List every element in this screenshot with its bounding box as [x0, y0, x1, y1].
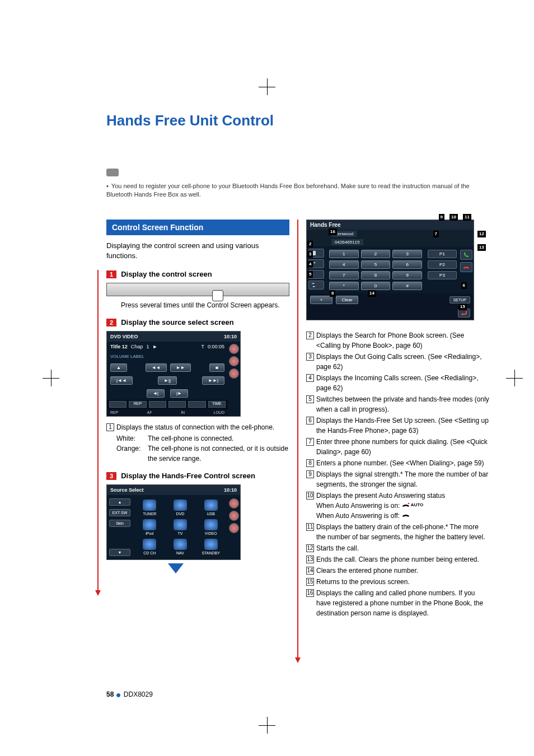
fast-forward-button[interactable]: ►►	[170, 363, 191, 372]
rep-button[interactable]: REP	[129, 401, 146, 408]
desc-11: Displays the battery drain of the cell-p…	[316, 522, 489, 542]
step-forward-button[interactable]: |►	[170, 389, 188, 398]
desc-4: Displays the Incoming Calls screen. (See…	[316, 373, 489, 393]
source-video[interactable]: VIDEO	[197, 519, 224, 535]
dvd-title: DVD VIDEO	[110, 334, 138, 339]
desc-7: Enter three phone numbers for quick dial…	[316, 437, 489, 457]
side-button[interactable]	[229, 523, 239, 533]
section-intro: Displaying the control screen and using …	[106, 241, 289, 261]
callout-label: 13	[477, 244, 486, 251]
keypad-1[interactable]: 1	[329, 250, 359, 258]
next-button[interactable]: ►►|	[202, 376, 224, 385]
note-icon	[106, 169, 119, 176]
source-cdch[interactable]: CD CH	[136, 539, 163, 555]
footer-model: DDX8029	[124, 690, 153, 698]
callout-label: 6	[461, 282, 467, 289]
keypad-5[interactable]: 5	[361, 260, 391, 269]
call-button[interactable]	[460, 250, 472, 260]
source-usb[interactable]: USB	[197, 500, 224, 516]
orange-text: The cell-phone is not connected, or it i…	[148, 444, 289, 464]
keypad-9[interactable]: 9	[392, 271, 422, 279]
keypad-star[interactable]: *	[329, 282, 359, 290]
dvd-chap-label: Chap	[131, 344, 143, 349]
step-back-button[interactable]: ◄|	[147, 389, 165, 398]
auto-answer-off-icon	[402, 512, 410, 518]
callout-label: 15	[458, 304, 467, 310]
keypad-7[interactable]: 7	[329, 271, 359, 279]
step-number: 1	[106, 270, 116, 278]
blank-tab[interactable]	[109, 401, 127, 408]
svg-point-1	[407, 502, 409, 504]
keypad-4[interactable]: 4	[329, 260, 359, 269]
desc-8: Enters a phone number. (See <When Dialin…	[316, 458, 489, 468]
scroll-down[interactable]: ▼	[109, 549, 130, 556]
desc-3: Displays the Out Going Calls screen. (Se…	[316, 352, 489, 372]
contact-number: 0426465115	[331, 239, 363, 245]
side-button[interactable]	[229, 498, 239, 508]
step-1-after: Press several times until the Control Sc…	[121, 301, 289, 310]
rewind-button[interactable]: ◄◄	[146, 363, 167, 372]
ext-sw-button[interactable]: EXT SW	[109, 509, 130, 516]
blank-tab[interactable]	[188, 401, 205, 408]
source-standby[interactable]: STANDBY	[197, 539, 224, 555]
pause-button[interactable]: ►||	[158, 376, 177, 385]
dvd-title-num: Title 12	[110, 344, 128, 349]
page-number: 58	[106, 690, 114, 698]
note-text: You need to register your cell-phone to …	[106, 183, 470, 198]
callout-label: 3	[307, 251, 313, 258]
side-button[interactable]	[229, 511, 239, 521]
keypad-3[interactable]: 3	[392, 250, 422, 258]
dvd-elapsed: 0:00:05	[208, 344, 224, 349]
eject-button[interactable]: ▲	[110, 363, 127, 372]
callout-descriptions: 2Displays the Search for Phone Book scre…	[306, 330, 489, 618]
side-button[interactable]	[229, 368, 239, 379]
keypad-0[interactable]: 0	[361, 282, 391, 290]
end-call-button[interactable]	[460, 262, 472, 272]
keypad-6[interactable]: 6	[392, 260, 422, 269]
clear-button[interactable]: Clear	[336, 296, 358, 304]
source-tv[interactable]: TV	[167, 519, 194, 535]
source-select-clock: 10:10	[224, 487, 237, 493]
side-button[interactable]	[229, 356, 239, 366]
step-1: 1 Display the control screen Press sever…	[106, 270, 289, 310]
skin-button[interactable]: Skin	[109, 520, 130, 527]
callout-label: 7	[433, 231, 439, 237]
callout-label: 4	[307, 261, 313, 268]
scroll-up[interactable]: ▲	[109, 498, 130, 506]
preset-2[interactable]: P2	[428, 260, 457, 269]
source-dvd[interactable]: DVD	[167, 500, 194, 516]
time-button[interactable]: TIME	[208, 401, 226, 408]
blank-tab[interactable]	[149, 401, 166, 408]
callout-1: 1	[106, 423, 114, 431]
dvd-chap-num: 1	[146, 344, 149, 349]
source-ipod[interactable]: iPod	[136, 519, 163, 535]
step-title: Display the source select screen	[121, 318, 234, 326]
source-select-screen: Source Select 10:10 ▲ EXT SW Skin ▼	[106, 484, 241, 560]
preset-3[interactable]: P3	[428, 271, 457, 279]
mode-switch-button[interactable]	[308, 281, 324, 290]
step-3: 3 Display the Hands-Free Control screen …	[106, 472, 289, 573]
prev-button[interactable]: |◄◄	[110, 376, 133, 385]
side-button[interactable]	[229, 344, 239, 354]
stop-button[interactable]: ■	[209, 363, 224, 372]
keypad-hash[interactable]: #	[392, 282, 422, 290]
section-header: Control Screen Function	[106, 220, 289, 235]
desc-10: Displays the present Auto Answering stat…	[316, 491, 489, 521]
source-select-title: Source Select	[110, 487, 144, 493]
source-nav[interactable]: NAV	[167, 539, 194, 555]
source-tuner[interactable]: TUNER	[136, 500, 163, 516]
separator-dot: ●	[116, 690, 124, 699]
plus-button[interactable]: +	[310, 296, 332, 304]
desc-5: Switches between the private and hands-f…	[316, 394, 489, 414]
preset-1[interactable]: P1	[428, 250, 457, 258]
callout-label: 14	[368, 290, 376, 297]
step-number: 3	[106, 472, 116, 480]
blank-tab[interactable]	[168, 401, 186, 408]
setup-button[interactable]: SETUP	[449, 296, 470, 304]
keypad-8[interactable]: 8	[361, 271, 391, 279]
white-label: White:	[116, 433, 144, 444]
keypad-2[interactable]: 2	[361, 250, 391, 258]
callout-label: 9	[439, 214, 444, 221]
desc-14: Clears the entered phone number.	[316, 566, 489, 576]
rep-indicator: REP	[110, 410, 118, 414]
